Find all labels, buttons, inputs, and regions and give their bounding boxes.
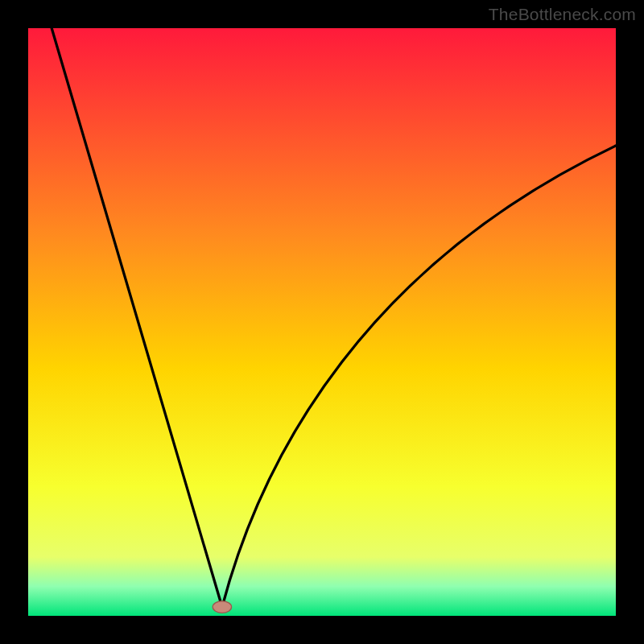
chart-frame: TheBottleneck.com — [0, 0, 644, 644]
watermark-text: TheBottleneck.com — [489, 5, 636, 24]
gradient-background — [28, 28, 616, 616]
cusp-marker — [213, 601, 231, 613]
chart-svg — [28, 28, 616, 616]
plot-area — [28, 28, 616, 616]
